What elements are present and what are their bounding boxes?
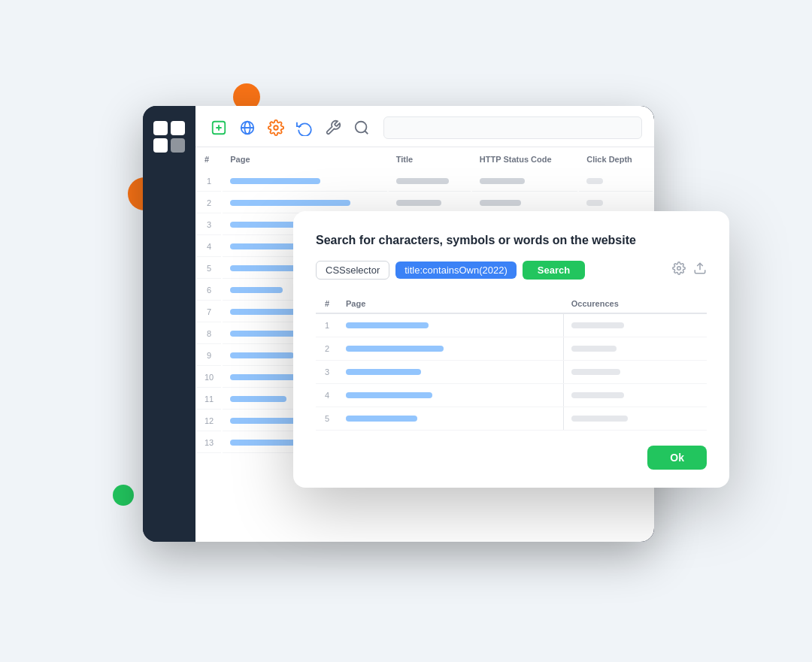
svg-point-7 — [356, 121, 367, 132]
row-page — [223, 171, 386, 192]
row-num: 8 — [197, 324, 221, 344]
sidebar — [143, 106, 195, 542]
logo-cell-bl — [153, 138, 168, 153]
res-row-num: 1 — [316, 313, 338, 337]
row-num: 6 — [197, 280, 221, 301]
col-status: HTTP Status Code — [472, 149, 577, 170]
res-row-page — [338, 383, 564, 407]
res-row-page — [338, 337, 564, 360]
sidebar-logo — [153, 121, 185, 153]
row-title — [389, 171, 471, 192]
table-row: 1 — [197, 171, 653, 192]
results-row: 1 — [316, 313, 707, 337]
col-num: # — [197, 149, 221, 170]
results-table: # Page Occurences 12345 — [316, 295, 707, 431]
res-row-num: 5 — [316, 407, 338, 430]
logo-cell-br — [171, 138, 185, 153]
scene: # Page Title HTTP Status Code Click Dept… — [83, 61, 729, 602]
row-num: 5 — [197, 258, 221, 279]
row-title — [389, 193, 471, 213]
res-row-page — [338, 407, 564, 430]
row-num: 3 — [197, 215, 221, 235]
row-depth — [579, 171, 653, 192]
results-row: 3 — [316, 360, 707, 383]
res-row-occ — [564, 360, 707, 383]
res-row-occ — [564, 383, 707, 407]
wrench-icon[interactable] — [322, 116, 344, 139]
settings-icon[interactable] — [265, 116, 287, 139]
globe-icon[interactable] — [236, 116, 259, 139]
toolbar — [195, 106, 654, 147]
res-col-occ: Occurences — [564, 295, 707, 313]
row-num: 4 — [197, 237, 221, 257]
svg-line-8 — [365, 131, 368, 134]
row-num: 9 — [197, 346, 221, 366]
results-row: 2 — [316, 337, 707, 360]
logo-cell-tl — [153, 121, 168, 135]
export-icon[interactable] — [693, 261, 707, 278]
ok-button[interactable]: Ok — [647, 446, 707, 470]
row-status — [472, 171, 577, 192]
contains-own-tag[interactable]: title:containsOwn(2022) — [395, 261, 517, 279]
search-dialog: Search for characters, symbols or words … — [293, 211, 729, 488]
res-row-occ — [564, 313, 707, 337]
logo-cell-tr — [171, 121, 185, 135]
res-col-num: # — [316, 295, 338, 313]
results-row: 5 — [316, 407, 707, 430]
res-row-occ — [564, 407, 707, 430]
res-row-num: 3 — [316, 360, 338, 383]
res-col-page: Page — [338, 295, 564, 313]
res-row-num: 4 — [316, 383, 338, 407]
row-depth — [579, 193, 653, 213]
res-row-occ — [564, 337, 707, 360]
ok-button-row: Ok — [316, 446, 707, 470]
row-num: 11 — [197, 389, 221, 410]
search-action-icons — [672, 261, 707, 278]
res-row-num: 2 — [316, 337, 338, 360]
row-page — [223, 193, 386, 213]
row-num: 12 — [197, 411, 221, 431]
res-row-page — [338, 313, 564, 337]
col-depth: Click Depth — [579, 149, 653, 170]
green-left-blob — [113, 485, 134, 506]
res-row-page — [338, 360, 564, 383]
add-icon[interactable] — [208, 116, 230, 139]
row-num: 7 — [197, 302, 221, 322]
row-num: 13 — [197, 433, 221, 453]
svg-point-6 — [274, 125, 278, 130]
toolbar-search-input[interactable] — [383, 116, 642, 139]
row-num: 10 — [197, 367, 221, 388]
search-button[interactable]: Search — [523, 261, 585, 280]
refresh-icon[interactable] — [293, 116, 316, 139]
table-row: 2 — [197, 193, 653, 213]
search-icon[interactable] — [350, 116, 373, 139]
row-num: 1 — [197, 171, 221, 192]
gear-icon[interactable] — [672, 261, 686, 278]
results-row: 4 — [316, 383, 707, 407]
row-num: 2 — [197, 193, 221, 213]
col-page: Page — [223, 149, 386, 170]
css-selector-tag[interactable]: CSSselector — [316, 261, 389, 280]
row-status — [472, 193, 577, 213]
svg-point-9 — [677, 267, 681, 271]
dialog-title: Search for characters, symbols or words … — [316, 234, 707, 247]
col-title: Title — [389, 149, 471, 170]
search-bar: CSSselector title:containsOwn(2022) Sear… — [316, 261, 707, 280]
